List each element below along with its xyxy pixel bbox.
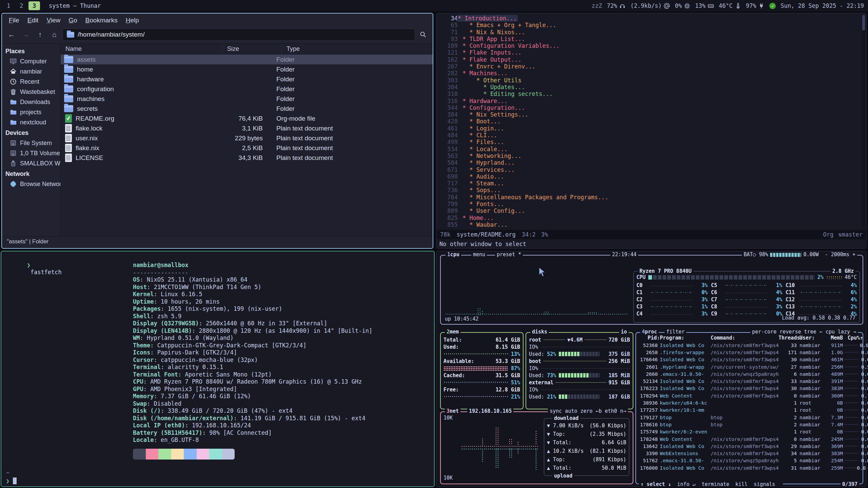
forward-button[interactable]: → <box>20 29 32 40</box>
proc-header-user[interactable]: User: <box>800 335 826 341</box>
org-heading-line[interactable]: 303 * Other Utils <box>437 77 861 84</box>
file-row[interactable]: hardwareFolder <box>61 74 433 84</box>
process-row[interactable]: 178248Web Content/nix/store/sm8fmrf3wps4… <box>636 435 863 443</box>
process-row[interactable]: 177257kworker/10:1-mm_1root0B0.0 <box>636 407 863 414</box>
sidebar-item-computer[interactable]: Computer <box>2 56 60 66</box>
file-row[interactable]: configurationFolder <box>61 84 433 94</box>
org-heading-line[interactable]: 484 * CLI... <box>437 132 861 139</box>
process-row[interactable]: 176223Isolated Web Co/nix/store/sm8fmrf3… <box>636 385 863 392</box>
process-row[interactable]: 52368Isolated Web Co/nix/store/sm8fmrf3w… <box>636 342 863 349</box>
org-heading-line[interactable]: 121* Flake Inputs... <box>437 49 861 56</box>
org-heading-line[interactable]: 162* Flake Output... <box>437 56 861 63</box>
org-heading-line[interactable]: 282* Machines... <box>437 70 861 77</box>
home-button[interactable]: ⌂ <box>48 29 60 40</box>
menu-help[interactable]: Help <box>122 16 142 25</box>
org-heading-line[interactable]: 671 * Services... <box>437 166 861 173</box>
org-heading-line[interactable]: 499 * Files... <box>437 139 861 145</box>
proc-header-[interactable]: ↑ <box>860 335 868 341</box>
file-row[interactable]: machinesFolder <box>61 94 433 104</box>
menu-button[interactable]: menu <box>471 251 487 258</box>
org-heading-line[interactable]: 461 * Login... <box>437 125 861 132</box>
process-row[interactable]: 2660.emacs-31.0.50-/nix/store/wnqz5pa8ra… <box>636 370 863 378</box>
org-heading-line[interactable]: 563 * Networking... <box>437 152 861 159</box>
menu-view[interactable]: View <box>43 16 64 25</box>
proc-header-threads[interactable]: Threads: <box>778 335 800 341</box>
proc-header-cpu%[interactable]: Cpu% <box>843 335 860 341</box>
process-row[interactable]: 52134Isolated Web Co/nix/store/sm8fmrf3w… <box>636 378 863 385</box>
file-row[interactable]: homeFolder <box>61 64 433 74</box>
process-row[interactable]: 13642Isolated Web Co/nix/store/sm8fmrf3w… <box>636 443 863 450</box>
org-heading-line[interactable]: 428 * Boot... <box>437 118 861 125</box>
org-heading-line[interactable]: 267 * Envrc + Direnv... <box>437 63 861 70</box>
sidebar-item-browse-network[interactable]: Browse Network <box>2 179 60 189</box>
file-row[interactable]: flake.nix2,5 KiBPlain text document <box>61 143 433 153</box>
org-heading-line[interactable]: 825* Home... <box>437 215 861 221</box>
proc-action-kill[interactable]: kill <box>735 481 748 487</box>
org-heading-line[interactable]: 717 * Steam... <box>437 180 861 187</box>
process-row[interactable]: 2658.firefox-wrappe/nix/store/sm8fmrf3wp… <box>636 349 863 356</box>
sidebar-item-nambiar[interactable]: nambiar <box>2 66 60 77</box>
tab-net[interactable]: 3net <box>445 408 460 414</box>
process-row[interactable]: 176646Isolated Web Co/nix/store/sm8fmrf3… <box>636 356 863 363</box>
process-row[interactable]: 178294Web Content/nix/store/sm8fmrf3wps4… <box>636 392 863 399</box>
path-bar[interactable]: /home/nambiar/system/ <box>62 28 415 41</box>
proc-header-program[interactable]: Program: <box>660 335 711 341</box>
file-row[interactable]: assetsFolder <box>61 55 433 64</box>
column-size[interactable]: Size <box>222 44 282 54</box>
file-row[interactable]: README.org76,4 KiBOrg-mode file <box>61 114 433 123</box>
file-row[interactable]: flake.lock3,1 KiBPlain text document <box>61 123 433 133</box>
sidebar-item-downloads[interactable]: Downloads <box>2 97 60 107</box>
tab-proc[interactable]: 4proc <box>640 329 659 335</box>
filter-button[interactable]: filter <box>665 329 686 335</box>
proc-header-memb[interactable]: MemB <box>826 335 843 341</box>
org-heading-line[interactable]: 65 * Emacs + Org + Tangle... <box>437 22 861 28</box>
org-heading-line[interactable]: 698 * Audio... <box>437 173 861 180</box>
org-heading-line[interactable]: 71 * Nix & Nixos... <box>437 29 861 36</box>
org-heading-line[interactable]: 304 * Updates... <box>437 84 861 90</box>
org-heading-line[interactable]: 584 * Hyprland... <box>437 159 861 166</box>
proc-header-pid[interactable]: Pid: <box>638 335 660 341</box>
org-heading-line[interactable]: 34* Introduction... <box>437 15 861 22</box>
proc-action-signals[interactable]: signals <box>754 481 775 487</box>
sidebar-item-file-system[interactable]: File System <box>2 138 60 148</box>
tab-disks[interactable]: disks <box>530 329 549 335</box>
update-interval[interactable]: - 2000ms + <box>825 251 855 258</box>
menu-edit[interactable]: Edit <box>24 16 42 25</box>
back-button[interactable]: ← <box>5 29 18 40</box>
io-mode-button[interactable]: io <box>619 329 629 335</box>
org-heading-line[interactable]: 316* Hardware... <box>437 98 861 104</box>
proc-action-info[interactable]: info ↵ <box>677 481 695 487</box>
sidebar-item-1-0-tb-volume[interactable]: 1,0 TB Volume <box>2 148 60 158</box>
column-name[interactable]: Name <box>61 44 222 54</box>
scrollbar-thumb[interactable] <box>862 15 865 30</box>
tab-mem[interactable]: 2mem <box>445 329 460 335</box>
proc-header-command[interactable]: Command: <box>711 335 778 341</box>
org-heading-line[interactable]: 764 * Miscellaneous Packages and Program… <box>437 194 861 201</box>
org-heading-line[interactable]: 736 * Sops... <box>437 187 861 194</box>
file-row[interactable]: LICENSE34,3 KiBPlain text document <box>61 153 433 163</box>
workspace-button-2[interactable]: 2 <box>16 1 27 10</box>
menu-bookmarks[interactable]: Bookmarks <box>82 16 121 25</box>
sidebar-item-wastebasket[interactable]: Wastebasket <box>2 87 60 97</box>
sidebar-item-nextcloud[interactable]: nextcloud <box>2 117 60 127</box>
up-button[interactable]: ↑ <box>34 29 46 40</box>
process-row[interactable]: 176000Isolated Web Co/nix/store/sm8fmrf3… <box>636 464 863 471</box>
search-button[interactable] <box>417 29 429 40</box>
process-row[interactable]: 38936kworker/u64:6-kc1root0B0.0 <box>636 399 863 406</box>
org-heading-line[interactable]: 109* Configuration Variables... <box>437 42 861 49</box>
org-heading-line[interactable]: 809 * User Config... <box>437 207 861 214</box>
proc-action-select[interactable]: ↑ select ↓ <box>640 481 671 487</box>
emacs-scrollbar[interactable] <box>862 14 865 228</box>
proc-action-terminate[interactable]: terminate <box>702 481 729 487</box>
process-row[interactable]: 175749kworker/6:2-even1root0B0.0 <box>636 428 863 435</box>
process-row[interactable]: 51762.emacs-31.0.50-/nix/store/wnqz5pa8r… <box>636 457 863 464</box>
shell-prompt[interactable]: ❯ <box>6 477 17 484</box>
org-heading-line[interactable]: 310 * Editing secrets... <box>437 90 861 97</box>
process-row[interactable]: 179127btopbtop2nambiar7.3M0.0 <box>636 414 863 421</box>
process-row[interactable]: 3390WebExtensions/nix/store/sm8fmrf3wps4… <box>636 450 863 457</box>
sidebar-item-recent[interactable]: Recent <box>2 77 60 87</box>
org-heading-line[interactable]: 344* Configuration... <box>437 104 861 111</box>
org-heading-line[interactable]: 93* TLDR App List... <box>437 36 861 42</box>
file-row[interactable]: user.nix229 bytesPlain text document <box>61 133 433 143</box>
tab-cpu[interactable]: 1cpu <box>446 251 461 258</box>
